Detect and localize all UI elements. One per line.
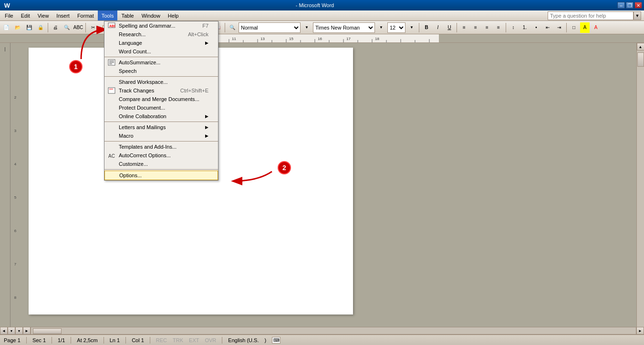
font-arrow[interactable]: ▼ [376,22,386,33]
help-search-input[interactable] [548,11,634,20]
svg-text:18: 18 [375,37,379,41]
restore-button[interactable]: ❐ [626,2,634,9]
word-count-item[interactable]: Word Count... [104,47,218,56]
outside-border-button[interactable]: □ [569,22,579,33]
horizontal-scrollbar[interactable] [31,327,636,335]
align-center-button[interactable]: ≡ [470,22,481,33]
word-icon: W [2,0,12,10]
vertical-ruler: 2 3 4 5 6 7 8 [10,43,20,327]
autocorrect-item[interactable]: AC AutoCorrect Options... [104,151,218,160]
menu-insert[interactable]: Insert [52,10,73,20]
new-button[interactable]: 📄 [1,22,11,33]
sep2 [85,23,86,32]
close-button[interactable]: ✕ [634,2,642,9]
style-select[interactable]: Normal [239,22,301,33]
spelling-grammar-item[interactable]: ABC Spelling and Grammar... F7 [104,21,218,30]
highlight-button[interactable]: A [580,22,590,33]
left-panel: | [0,43,10,335]
menu-help[interactable]: Help [164,10,183,20]
sep-1 [104,57,218,57]
customize-item[interactable]: Customize... [104,160,218,168]
cut-button[interactable]: ✂ [88,22,98,33]
annotation-1-label: 1 [74,63,78,71]
justify-button[interactable]: ≡ [493,22,504,33]
line-spacing-button[interactable]: ↕ [508,22,519,33]
print-button[interactable]: 🖨 [50,22,61,33]
letters-mailings-item[interactable]: Letters and Mailings ▶ [104,123,218,132]
permission-button[interactable]: 🔒 [35,22,46,33]
align-right-button[interactable]: ≡ [482,22,492,33]
right-scrollbar[interactable]: ▲ ▼ [636,43,644,335]
italic-button[interactable]: I [433,22,443,33]
menu-format[interactable]: Format [73,10,98,20]
font-select[interactable]: Times New Roman [313,22,375,33]
zoom-button[interactable]: 🔍 [227,22,238,33]
next-page-button[interactable]: ► [23,327,31,335]
zoom-area: 🔍 Normal ▼ Times New Roman ▼ 12 ▼ [227,22,417,33]
status-ln: Ln 1 [110,337,120,343]
track-changes-item[interactable]: Track Changes Ctrl+Shift+E [104,86,218,95]
numbering-button[interactable]: 1. [519,22,530,33]
spell-button[interactable]: ABC [73,22,83,33]
minimize-button[interactable]: – [617,2,625,9]
scroll-track[interactable] [637,51,644,327]
scroll-thumb[interactable] [637,52,644,67]
status-rec: REC [156,337,167,343]
status-lang: English (U.S. [228,337,259,343]
language-item[interactable]: Language ▶ [104,39,218,47]
scroll-right-button[interactable]: ► [636,327,644,335]
prev-section-button[interactable]: ▼ [8,327,15,335]
menu-tools[interactable]: Tools [98,10,118,20]
word-count-label: Word Count... [119,49,151,54]
compare-merge-item[interactable]: Compare and Merge Documents... [104,95,218,103]
research-item[interactable]: Research... Alt+Click [104,30,218,39]
prev-page-button[interactable]: ◄ [0,327,8,335]
align-left-button[interactable]: ≡ [459,22,469,33]
print-preview-button[interactable]: 🔍 [62,22,72,33]
menu-view[interactable]: View [34,10,53,20]
status-sep3 [71,337,71,344]
macro-item[interactable]: Macro ▶ [104,132,218,140]
title-bar-left: W [2,0,12,10]
size-arrow[interactable]: ▼ [406,22,417,33]
status-lang-close: ) [265,337,267,343]
decrease-indent-button[interactable]: ⇤ [542,22,553,33]
letters-mailings-arrow: ▶ [205,125,208,130]
save-button[interactable]: 💾 [24,22,34,33]
autosummarize-item[interactable]: AutoSummarize... [104,58,218,67]
underline-button[interactable]: U [444,22,455,33]
spelling-grammar-label: Spelling and Grammar... [119,23,176,29]
menu-edit[interactable]: Edit [17,10,34,20]
customize-label: Customize... [119,161,148,167]
bullets-button[interactable]: • [531,22,541,33]
left-ruler: | [4,46,5,52]
scroll-up-button[interactable]: ▲ [637,43,644,51]
help-search-arrow[interactable]: ▼ [634,11,641,20]
spelling-icon: ABC [107,21,116,30]
svg-text:ABC: ABC [109,24,115,28]
menu-table[interactable]: Table [117,10,137,20]
open-button[interactable]: 📂 [12,22,23,33]
templates-addins-item[interactable]: Templates and Add-Ins... [104,142,218,151]
status-bar: Page 1 Sec 1 1/1 At 2,5cm Ln 1 Col 1 REC… [0,335,644,345]
spelling-shortcut: F7 [202,23,208,29]
size-select[interactable]: 12 [387,22,405,33]
horiz-scroll-thumb[interactable] [33,328,62,334]
svg-text:AC: AC [108,153,115,159]
online-collaboration-label: Online Collaboration [119,113,166,119]
font-color-button[interactable]: A [591,22,601,33]
speech-item[interactable]: Speech [104,67,218,75]
sep-2 [104,76,218,77]
annotation-2-label: 2 [282,164,286,172]
bold-button[interactable]: B [421,22,432,33]
increase-indent-button[interactable]: ⇥ [554,22,564,33]
protect-document-item[interactable]: Protect Document... [104,103,218,112]
menu-file[interactable]: File [1,10,17,20]
shared-workspace-item[interactable]: Shared Workspace... [104,78,218,86]
bottom-controls: ◄ ▼ ▼ ► ► [0,327,644,335]
online-collaboration-item[interactable]: Online Collaboration ▶ [104,112,218,121]
style-arrow[interactable]: ▼ [301,22,312,33]
menu-window[interactable]: Window [138,10,164,20]
next-section-button[interactable]: ▼ [15,327,23,335]
options-item[interactable]: Options... [104,171,218,180]
